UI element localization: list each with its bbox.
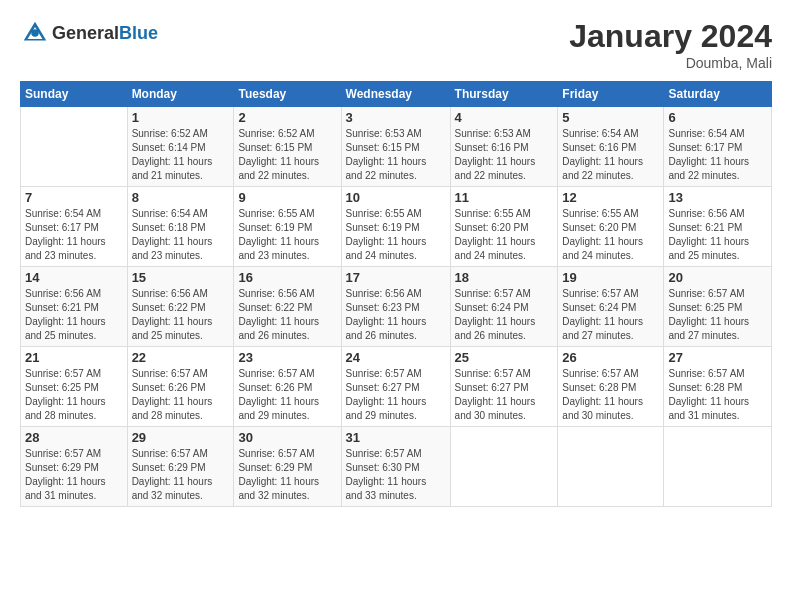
day-info: Sunrise: 6:55 AMSunset: 6:19 PMDaylight:… xyxy=(238,207,336,263)
calendar-cell: 15Sunrise: 6:56 AMSunset: 6:22 PMDayligh… xyxy=(127,267,234,347)
day-info: Sunrise: 6:57 AMSunset: 6:27 PMDaylight:… xyxy=(346,367,446,423)
day-info: Sunrise: 6:57 AMSunset: 6:26 PMDaylight:… xyxy=(132,367,230,423)
day-info: Sunrise: 6:55 AMSunset: 6:20 PMDaylight:… xyxy=(562,207,659,263)
col-tuesday: Tuesday xyxy=(234,82,341,107)
day-number: 9 xyxy=(238,190,336,205)
day-number: 4 xyxy=(455,110,554,125)
day-number: 7 xyxy=(25,190,123,205)
day-info: Sunrise: 6:56 AMSunset: 6:22 PMDaylight:… xyxy=(132,287,230,343)
day-number: 30 xyxy=(238,430,336,445)
day-number: 29 xyxy=(132,430,230,445)
col-sunday: Sunday xyxy=(21,82,128,107)
day-number: 5 xyxy=(562,110,659,125)
day-info: Sunrise: 6:55 AMSunset: 6:20 PMDaylight:… xyxy=(455,207,554,263)
day-info: Sunrise: 6:54 AMSunset: 6:18 PMDaylight:… xyxy=(132,207,230,263)
calendar-cell xyxy=(558,427,664,507)
col-wednesday: Wednesday xyxy=(341,82,450,107)
day-info: Sunrise: 6:57 AMSunset: 6:25 PMDaylight:… xyxy=(668,287,767,343)
calendar-cell xyxy=(21,107,128,187)
calendar-cell: 2Sunrise: 6:52 AMSunset: 6:15 PMDaylight… xyxy=(234,107,341,187)
day-number: 15 xyxy=(132,270,230,285)
logo: GeneralBlue xyxy=(20,18,158,48)
day-info: Sunrise: 6:57 AMSunset: 6:26 PMDaylight:… xyxy=(238,367,336,423)
calendar-cell: 12Sunrise: 6:55 AMSunset: 6:20 PMDayligh… xyxy=(558,187,664,267)
day-number: 23 xyxy=(238,350,336,365)
day-info: Sunrise: 6:56 AMSunset: 6:22 PMDaylight:… xyxy=(238,287,336,343)
day-info: Sunrise: 6:54 AMSunset: 6:17 PMDaylight:… xyxy=(668,127,767,183)
day-number: 24 xyxy=(346,350,446,365)
calendar-cell: 6Sunrise: 6:54 AMSunset: 6:17 PMDaylight… xyxy=(664,107,772,187)
day-number: 8 xyxy=(132,190,230,205)
day-info: Sunrise: 6:57 AMSunset: 6:28 PMDaylight:… xyxy=(562,367,659,423)
day-info: Sunrise: 6:56 AMSunset: 6:23 PMDaylight:… xyxy=(346,287,446,343)
calendar-cell xyxy=(664,427,772,507)
calendar-cell: 7Sunrise: 6:54 AMSunset: 6:17 PMDaylight… xyxy=(21,187,128,267)
calendar-cell: 23Sunrise: 6:57 AMSunset: 6:26 PMDayligh… xyxy=(234,347,341,427)
day-number: 12 xyxy=(562,190,659,205)
day-number: 20 xyxy=(668,270,767,285)
day-info: Sunrise: 6:56 AMSunset: 6:21 PMDaylight:… xyxy=(668,207,767,263)
logo-blue: Blue xyxy=(119,23,158,43)
calendar-cell: 14Sunrise: 6:56 AMSunset: 6:21 PMDayligh… xyxy=(21,267,128,347)
day-number: 21 xyxy=(25,350,123,365)
calendar-cell: 19Sunrise: 6:57 AMSunset: 6:24 PMDayligh… xyxy=(558,267,664,347)
day-info: Sunrise: 6:52 AMSunset: 6:15 PMDaylight:… xyxy=(238,127,336,183)
calendar-cell: 24Sunrise: 6:57 AMSunset: 6:27 PMDayligh… xyxy=(341,347,450,427)
calendar-cell: 5Sunrise: 6:54 AMSunset: 6:16 PMDaylight… xyxy=(558,107,664,187)
calendar-cell: 27Sunrise: 6:57 AMSunset: 6:28 PMDayligh… xyxy=(664,347,772,427)
calendar-cell: 31Sunrise: 6:57 AMSunset: 6:30 PMDayligh… xyxy=(341,427,450,507)
day-info: Sunrise: 6:52 AMSunset: 6:14 PMDaylight:… xyxy=(132,127,230,183)
calendar-cell: 11Sunrise: 6:55 AMSunset: 6:20 PMDayligh… xyxy=(450,187,558,267)
day-info: Sunrise: 6:55 AMSunset: 6:19 PMDaylight:… xyxy=(346,207,446,263)
calendar-cell: 20Sunrise: 6:57 AMSunset: 6:25 PMDayligh… xyxy=(664,267,772,347)
header-row: Sunday Monday Tuesday Wednesday Thursday… xyxy=(21,82,772,107)
location: Doumba, Mali xyxy=(569,55,772,71)
svg-point-2 xyxy=(31,29,39,37)
calendar-cell: 29Sunrise: 6:57 AMSunset: 6:29 PMDayligh… xyxy=(127,427,234,507)
calendar-cell: 18Sunrise: 6:57 AMSunset: 6:24 PMDayligh… xyxy=(450,267,558,347)
day-number: 18 xyxy=(455,270,554,285)
day-number: 14 xyxy=(25,270,123,285)
day-number: 17 xyxy=(346,270,446,285)
day-info: Sunrise: 6:57 AMSunset: 6:29 PMDaylight:… xyxy=(25,447,123,503)
calendar-cell: 17Sunrise: 6:56 AMSunset: 6:23 PMDayligh… xyxy=(341,267,450,347)
col-saturday: Saturday xyxy=(664,82,772,107)
day-info: Sunrise: 6:54 AMSunset: 6:17 PMDaylight:… xyxy=(25,207,123,263)
day-info: Sunrise: 6:57 AMSunset: 6:24 PMDaylight:… xyxy=(562,287,659,343)
day-number: 11 xyxy=(455,190,554,205)
day-info: Sunrise: 6:53 AMSunset: 6:16 PMDaylight:… xyxy=(455,127,554,183)
logo-icon xyxy=(20,18,50,48)
calendar-cell: 3Sunrise: 6:53 AMSunset: 6:15 PMDaylight… xyxy=(341,107,450,187)
day-number: 13 xyxy=(668,190,767,205)
calendar-cell xyxy=(450,427,558,507)
day-info: Sunrise: 6:57 AMSunset: 6:24 PMDaylight:… xyxy=(455,287,554,343)
header: GeneralBlue January 2024 Doumba, Mali xyxy=(20,18,772,71)
week-row-3: 14Sunrise: 6:56 AMSunset: 6:21 PMDayligh… xyxy=(21,267,772,347)
calendar-cell: 30Sunrise: 6:57 AMSunset: 6:29 PMDayligh… xyxy=(234,427,341,507)
day-info: Sunrise: 6:57 AMSunset: 6:29 PMDaylight:… xyxy=(132,447,230,503)
calendar-cell: 22Sunrise: 6:57 AMSunset: 6:26 PMDayligh… xyxy=(127,347,234,427)
calendar-cell: 21Sunrise: 6:57 AMSunset: 6:25 PMDayligh… xyxy=(21,347,128,427)
col-monday: Monday xyxy=(127,82,234,107)
day-info: Sunrise: 6:54 AMSunset: 6:16 PMDaylight:… xyxy=(562,127,659,183)
day-number: 28 xyxy=(25,430,123,445)
day-number: 1 xyxy=(132,110,230,125)
week-row-1: 1Sunrise: 6:52 AMSunset: 6:14 PMDaylight… xyxy=(21,107,772,187)
week-row-2: 7Sunrise: 6:54 AMSunset: 6:17 PMDaylight… xyxy=(21,187,772,267)
month-title: January 2024 xyxy=(569,18,772,55)
day-info: Sunrise: 6:57 AMSunset: 6:25 PMDaylight:… xyxy=(25,367,123,423)
logo-general: General xyxy=(52,23,119,43)
page: GeneralBlue January 2024 Doumba, Mali Su… xyxy=(0,0,792,517)
calendar-cell: 8Sunrise: 6:54 AMSunset: 6:18 PMDaylight… xyxy=(127,187,234,267)
day-number: 31 xyxy=(346,430,446,445)
week-row-4: 21Sunrise: 6:57 AMSunset: 6:25 PMDayligh… xyxy=(21,347,772,427)
col-friday: Friday xyxy=(558,82,664,107)
calendar-table: Sunday Monday Tuesday Wednesday Thursday… xyxy=(20,81,772,507)
calendar-cell: 9Sunrise: 6:55 AMSunset: 6:19 PMDaylight… xyxy=(234,187,341,267)
day-number: 25 xyxy=(455,350,554,365)
col-thursday: Thursday xyxy=(450,82,558,107)
week-row-5: 28Sunrise: 6:57 AMSunset: 6:29 PMDayligh… xyxy=(21,427,772,507)
day-number: 2 xyxy=(238,110,336,125)
day-number: 22 xyxy=(132,350,230,365)
calendar-cell: 1Sunrise: 6:52 AMSunset: 6:14 PMDaylight… xyxy=(127,107,234,187)
